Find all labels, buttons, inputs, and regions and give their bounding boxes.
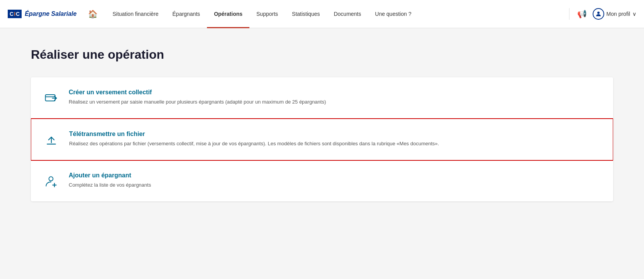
brand-logo-cic: C I C <box>8 10 22 18</box>
versement-text: Créer un versement collectif Réalisez un… <box>69 89 602 106</box>
nav-statistiques[interactable]: Statistiques <box>285 0 327 28</box>
nav-right: 📢 Mon profil ∨ <box>569 8 636 20</box>
nav-question[interactable]: Une question ? <box>368 0 418 28</box>
nav-documents[interactable]: Documents <box>327 0 368 28</box>
card-teletransmettre[interactable]: Télétransmettre un fichier Réalisez des … <box>31 118 613 161</box>
versement-desc: Réalisez un versement par saisie manuell… <box>69 98 602 106</box>
brand-name: Épargne Salariale <box>25 10 76 17</box>
nav-operations-label: Opérations <box>214 11 242 17</box>
ajouter-desc: Complétez la liste de vos épargnants <box>69 181 602 189</box>
brand-logo: C I C <box>8 10 22 18</box>
svg-point-0 <box>597 12 600 14</box>
profile-label: Mon profil <box>607 11 630 17</box>
teletransmettre-desc: Réalisez des opérations par fichier (ver… <box>69 140 601 148</box>
nav-operations[interactable]: Opérations <box>207 0 249 28</box>
versement-icon <box>42 90 59 107</box>
nav-epargnants-label: Épargnants <box>173 11 200 17</box>
cards-container: Créer un versement collectif Réalisez un… <box>31 77 613 201</box>
svg-point-5 <box>49 177 53 181</box>
profile-menu[interactable]: Mon profil ∨ <box>593 8 636 20</box>
logo-c1: C <box>10 11 14 17</box>
nav-epargnants[interactable]: Épargnants <box>166 0 207 28</box>
card-ajouter[interactable]: Ajouter un épargnant Complétez la liste … <box>31 160 613 201</box>
nav-question-label: Une question ? <box>375 11 411 17</box>
logo-c2: C <box>16 11 20 17</box>
teletransmettre-title: Télétransmettre un fichier <box>69 131 601 138</box>
navbar: C I C Épargne Salariale 🏠 Situation fina… <box>0 0 644 28</box>
nav-statistiques-label: Statistiques <box>292 11 320 17</box>
card-versement[interactable]: Créer un versement collectif Réalisez un… <box>31 77 613 119</box>
nav-documents-label: Documents <box>334 11 361 17</box>
main-content: Réaliser une opération Créer un versemen… <box>0 28 644 279</box>
brand-logo-link[interactable]: C I C Épargne Salariale <box>8 10 76 18</box>
page-title: Réaliser une opération <box>31 48 613 62</box>
profile-chevron-icon: ∨ <box>632 11 636 17</box>
notification-icon[interactable]: 📢 <box>577 9 587 19</box>
home-link[interactable]: 🏠 <box>88 9 98 19</box>
nav-supports-label: Supports <box>256 11 278 17</box>
nav-situation-financiere[interactable]: Situation financière <box>105 0 165 28</box>
profile-avatar <box>593 8 604 20</box>
upload-icon <box>43 131 60 148</box>
nav-supports[interactable]: Supports <box>249 0 285 28</box>
logo-i: I <box>14 11 15 17</box>
home-icon: 🏠 <box>88 9 98 19</box>
ajouter-title: Ajouter un épargnant <box>69 172 602 179</box>
nav-links: Situation financière Épargnants Opératio… <box>105 0 565 28</box>
teletransmettre-text: Télétransmettre un fichier Réalisez des … <box>69 131 601 148</box>
versement-title: Créer un versement collectif <box>69 89 602 96</box>
ajouter-text: Ajouter un épargnant Complétez la liste … <box>69 172 602 189</box>
add-person-icon <box>42 173 59 190</box>
nav-situation-label: Situation financière <box>112 11 158 17</box>
